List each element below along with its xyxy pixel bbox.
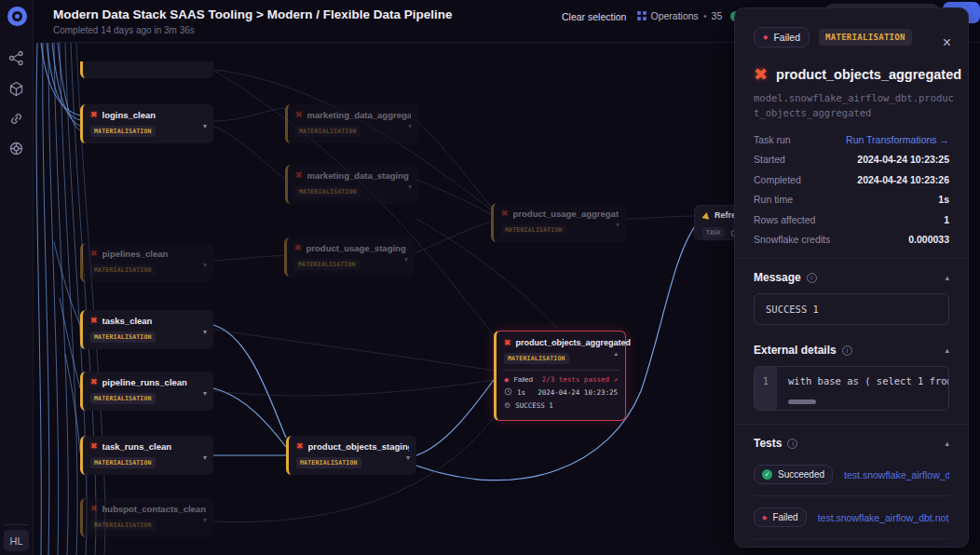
collapse-icon[interactable]: ▴ — [945, 345, 949, 355]
field-row: Task run Run Transformations → — [754, 134, 949, 145]
panel-divider — [735, 424, 968, 425]
app-window: HL Modern Data Stack SAAS Tooling > Mode… — [0, 0, 980, 555]
clock-icon — [504, 387, 512, 398]
chevron-down-icon[interactable]: ▾ — [616, 221, 619, 229]
tests-heading: Tests — [754, 437, 782, 450]
chevron-down-icon[interactable]: ▾ — [203, 516, 207, 524]
dag-node-pipelines-clean[interactable]: ✖ pipelines_clean ▾ MATERIALISATION — [80, 243, 213, 282]
dag-node-marketing-data-staging[interactable]: ✖ marketing_data_staging ▾ MATERIALISATI… — [285, 165, 418, 204]
dag-node-task-runs-clean[interactable]: ✖ task_runs_clean ▾ MATERIALISATION — [80, 436, 213, 475]
grid-icon — [637, 11, 647, 20]
dag-node-logins-clean[interactable]: ✖ logins_clean ▾ MATERIALISATION — [80, 104, 213, 143]
test-link[interactable]: test.snowflake_airflow_dbt.unique_pro — [844, 469, 949, 481]
link-icon[interactable] — [8, 111, 25, 128]
chevron-down-icon[interactable]: ▾ — [203, 261, 207, 269]
test-row: ✓ Succeeded test.snowflake_airflow_dbt.u… — [754, 453, 949, 496]
info-icon: i — [787, 439, 797, 449]
app-logo-icon[interactable] — [7, 7, 27, 26]
test-status-badge: ◆ Failed — [754, 508, 807, 527]
field-row: Started 2024-04-24 10:23:25 — [754, 154, 949, 165]
sidebar-divider — [4, 524, 29, 525]
dbt-icon: ✖ — [504, 339, 511, 347]
external-details-heading: External details — [754, 344, 837, 357]
close-icon[interactable]: × — [943, 36, 951, 49]
user-avatar[interactable]: HL — [4, 530, 29, 551]
dag-node-hubspot-contacts-clean[interactable]: ✖ hubspot_contacts_clean ▾ MATERIALISATI… — [80, 498, 213, 537]
horizontal-scrollbar[interactable] — [788, 399, 816, 404]
failed-diamond-icon: ◆ — [762, 514, 767, 521]
dbt-icon: ✖ — [295, 111, 303, 119]
collapse-icon[interactable]: ▴ — [614, 350, 618, 358]
dbt-icon: ✖ — [296, 442, 304, 451]
materialisation-badge: MATERIALISATION — [819, 29, 912, 46]
chevron-down-icon[interactable]: ▾ — [203, 328, 207, 336]
operations-label: Operations — [651, 10, 699, 21]
message-box: SUCCESS 1 — [754, 293, 949, 325]
code-block: 1 with base as ( select 1 from SNOWFLAKE — [754, 366, 949, 411]
test-row: ◆ Failed test.snowflake_airflow_dbt.not_… — [754, 496, 949, 539]
dbt-icon: ✖ — [501, 210, 509, 218]
dbt-icon: ✖ — [294, 244, 302, 252]
dag-node-partial[interactable] — [80, 61, 213, 78]
dag-node-product-usage-aggregated[interactable]: ✖ product_usage_aggregated ▾ MATERIALISA… — [491, 203, 626, 242]
dot-separator: • — [703, 10, 707, 21]
dbt-icon: ✖ — [90, 111, 98, 119]
chevron-down-icon[interactable]: ▾ — [408, 122, 412, 130]
chevron-down-icon[interactable]: ▾ — [408, 183, 412, 191]
collapse-icon[interactable]: ▴ — [945, 439, 949, 448]
dag-node-marketing-data-aggregated[interactable]: ✖ marketing_data_aggregated ▾ MATERIALIS… — [285, 104, 418, 143]
node-divider — [502, 370, 619, 371]
cube-icon[interactable] — [8, 81, 25, 98]
dbt-icon: ✖ — [754, 66, 768, 83]
info-icon: i — [842, 345, 852, 356]
line-number: 1 — [755, 367, 777, 410]
test-link[interactable]: test.snowflake_airflow_dbt.not_null_pr — [818, 512, 949, 523]
tests-summary-link[interactable]: 2/3 tests passed ↗ — [542, 375, 618, 384]
page-title: Modern Data Stack SAAS Tooling > Modern … — [53, 7, 452, 21]
test-status-badge: ✓ Succeeded — [754, 465, 833, 484]
model-path: model.snowflake_airflow_dbt.product_obje… — [754, 90, 955, 121]
dbt-icon: ✖ — [90, 378, 98, 386]
clear-selection-button[interactable]: Clear selection — [562, 11, 626, 22]
failed-diamond-icon: ◆ — [504, 376, 509, 384]
dag-node-product-objects-aggregated-selected[interactable]: ✖ product_objects_aggregated ▴ MATERIALI… — [494, 331, 626, 421]
dag-node-product-usage-staging[interactable]: ✖ product_usage_staging ▾ MATERIALISATIO… — [284, 237, 415, 277]
operations-filter[interactable]: Operations • 35 — [637, 10, 722, 21]
dbt-icon: ✖ — [90, 442, 98, 451]
task-run-link[interactable]: Run Transformations → — [846, 134, 949, 145]
chevron-down-icon[interactable]: ▾ — [203, 389, 207, 398]
field-row: Completed 2024-04-24 10:23:26 — [754, 174, 949, 185]
dbt-icon: ✖ — [90, 250, 98, 258]
gear-icon: ⚙ — [504, 401, 510, 410]
detail-panel: ◆ Failed MATERIALISATION × ✖ product_obj… — [734, 7, 969, 548]
dbt-icon: ✖ — [90, 505, 98, 513]
dag-node-product-objects-staging[interactable]: ✖ product_objects_staging ▾ MATERIALISAT… — [286, 436, 416, 475]
pipeline-graph-icon[interactable] — [8, 50, 25, 67]
chevron-down-icon[interactable]: ▾ — [203, 453, 207, 462]
sidebar: HL — [0, 0, 34, 555]
dag-node-pipeline-runs-clean[interactable]: ✖ pipeline_runs_clean ▾ MATERIALISATION — [80, 372, 213, 411]
test-row: ✓ Succeeded test.snowflake_airflow_dbt.n… — [754, 539, 949, 548]
status-badge: ◆ Failed — [754, 27, 810, 47]
panel-title: product_objects_aggregated — [776, 67, 961, 82]
collapse-icon[interactable]: ▴ — [945, 273, 949, 282]
field-row: Run time 1s — [754, 194, 949, 205]
code-content: with base as ( select 1 from SNOWFLAKE — [777, 367, 948, 410]
page-subtitle: Completed 14 days ago in 3m 36s — [53, 25, 195, 35]
message-heading: Message — [754, 271, 801, 284]
help-lifebuoy-icon[interactable] — [8, 141, 25, 157]
chevron-down-icon[interactable]: ▾ — [203, 122, 207, 130]
chevron-down-icon[interactable]: ▾ — [404, 255, 408, 264]
field-row: Snowflake credits 0.000033 — [754, 234, 949, 245]
check-circle-icon: ✓ — [762, 469, 772, 480]
info-icon: i — [807, 273, 817, 283]
panel-divider — [735, 258, 968, 259]
dbt-icon: ✖ — [295, 171, 303, 180]
failed-diamond-icon: ◆ — [763, 34, 768, 41]
dag-node-tasks-clean[interactable]: ✖ tasks_clean ▾ MATERIALISATION — [80, 310, 213, 349]
task-icon — [701, 211, 710, 220]
dbt-icon: ✖ — [90, 317, 98, 325]
chevron-down-icon[interactable]: ▾ — [406, 453, 410, 462]
operations-count: 35 — [712, 10, 723, 21]
field-row: Rows affected 1 — [754, 214, 949, 225]
